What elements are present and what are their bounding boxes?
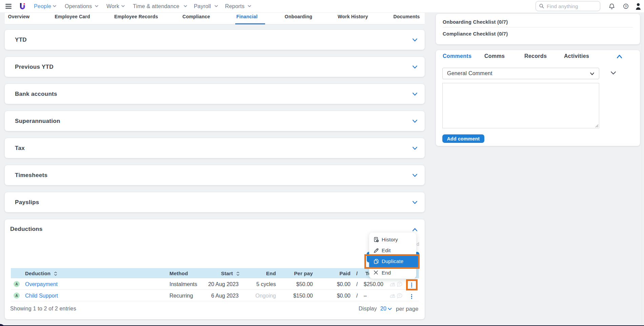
svg-text:?: ?: [625, 4, 627, 8]
